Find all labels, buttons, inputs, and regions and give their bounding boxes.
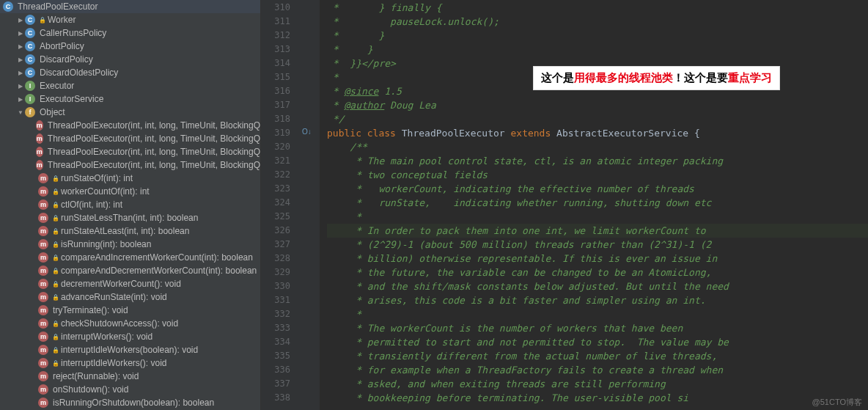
code-line: * and the shift/mask constants below adj… — [327, 279, 868, 293]
tree-item[interactable]: m🔒interruptIdleWorkers(): void — [0, 356, 260, 370]
method-icon: m — [38, 371, 48, 381]
lock-icon: 🔒 — [52, 360, 59, 367]
class-icon: C — [25, 15, 35, 25]
line-number: 313 — [261, 43, 290, 56]
tree-item[interactable]: ▶CDiscardPolicy — [0, 53, 260, 66]
tree-item-label: onShutdown(): void — [53, 384, 128, 395]
tree-item-label: ThreadPoolExecutor(int, int, long, TimeU… — [48, 160, 260, 170]
code-area[interactable]: * } finally { * pauseLock.unlock(); * } … — [320, 0, 868, 410]
tree-item[interactable]: mThreadPoolExecutor(int, int, long, Time… — [0, 132, 260, 145]
tree-item[interactable]: mThreadPoolExecutor(int, int, long, Time… — [0, 119, 260, 132]
code-line: * The main pool control state, ctl, is a… — [327, 154, 868, 168]
lock-icon: 🔒 — [52, 294, 59, 301]
gutter-markers: O↓ — [298, 0, 320, 410]
method-icon: m — [38, 332, 48, 342]
expand-arrow-icon[interactable]: ▶ — [16, 43, 25, 50]
tree-item[interactable]: m🔒compareAndDecrementWorkerCount(int): b… — [0, 264, 260, 277]
tree-root[interactable]: C ThreadPoolExecutor — [0, 0, 260, 13]
tree-item-label: Executor — [40, 81, 74, 91]
tree-item-label: Object — [40, 107, 65, 117]
tree-item[interactable]: m🔒ctlOf(int, int): int — [0, 198, 260, 211]
method-icon: m — [38, 199, 48, 210]
structure-panel[interactable]: C ThreadPoolExecutor ▶C🔒Worker▶CCallerRu… — [0, 0, 261, 410]
code-line: * arises, this code is a bit faster and … — [327, 293, 868, 307]
tree-item[interactable]: mThreadPoolExecutor(int, int, long, Time… — [0, 145, 260, 158]
method-icon: m — [38, 305, 48, 315]
tree-item-label: ThreadPoolExecutor(int, int, long, TimeU… — [48, 147, 260, 157]
tree-item[interactable]: m🔒isRunning(int): boolean — [0, 238, 260, 251]
line-number: 334 — [261, 335, 290, 349]
tree-item[interactable]: mtryTerminate(): void — [0, 304, 260, 317]
tree-item[interactable]: ▼fObject — [0, 106, 260, 119]
line-number: 318 — [261, 112, 290, 126]
tree-item[interactable]: m🔒compareAndIncrementWorkerCount(int): b… — [0, 251, 260, 264]
tree-item-label: checkShutdownAccess(): void — [61, 318, 178, 329]
code-line: * billion) otherwise representable. If t… — [327, 252, 868, 266]
line-number: 325 — [261, 210, 290, 224]
expand-arrow-icon[interactable]: ▶ — [16, 17, 25, 23]
line-number: 314 — [261, 56, 290, 70]
field-icon: f — [25, 107, 35, 117]
code-line: * The workerCount is the number of worke… — [327, 321, 868, 335]
lock-icon: 🔒 — [52, 268, 59, 274]
tree-item-label: decrementWorkerCount(): void — [61, 279, 181, 289]
method-icon: m — [38, 345, 48, 355]
tree-item[interactable]: m🔒decrementWorkerCount(): void — [0, 277, 260, 290]
tree-item[interactable]: mThreadPoolExecutor(int, int, long, Time… — [0, 158, 260, 172]
code-line: */ — [327, 112, 868, 126]
expand-arrow-icon[interactable]: ▶ — [16, 83, 25, 89]
code-line: * two conceptual fields — [327, 168, 868, 182]
tree-item[interactable]: misRunningOrShutdown(boolean): boolean — [0, 396, 260, 409]
code-editor[interactable]: 3103113123133143153163173183193203213223… — [261, 0, 868, 410]
tree-item-label: DiscardOldestPolicy — [40, 67, 118, 78]
line-number: 329 — [261, 266, 290, 279]
tree-item[interactable]: m🔒interruptWorkers(): void — [0, 330, 260, 343]
method-icon: m — [38, 266, 48, 276]
method-icon: m — [36, 147, 43, 157]
tree-item-label: interruptIdleWorkers(boolean): void — [61, 345, 198, 355]
tree-item[interactable]: ▶C🔒Worker — [0, 13, 260, 26]
line-number: 312 — [261, 29, 290, 43]
line-number: 315 — [261, 70, 290, 84]
lock-icon: 🔒 — [52, 188, 59, 195]
tree-item[interactable]: monShutdown(): void — [0, 383, 260, 396]
tree-item-label: compareAndDecrementWorkerCount(int): boo… — [61, 266, 257, 276]
tree-item[interactable]: m🔒interruptIdleWorkers(boolean): void — [0, 343, 260, 356]
tree-item[interactable]: m🔒runStateAtLeast(int, int): boolean — [0, 224, 260, 238]
method-icon: m — [38, 292, 48, 302]
tree-item[interactable]: ▶IExecutor — [0, 79, 260, 92]
tree-item[interactable]: m🔒workerCountOf(int): int — [0, 185, 260, 198]
line-number: 321 — [261, 154, 290, 168]
expand-arrow-icon[interactable]: ▼ — [16, 109, 25, 116]
tree-item-label: DiscardPolicy — [40, 54, 93, 65]
method-icon: m — [38, 398, 48, 408]
tree-item[interactable]: ▶CAbortPolicy — [0, 40, 260, 53]
method-icon: m — [38, 226, 48, 236]
tree-item-label: advanceRunState(int): void — [61, 292, 167, 302]
lock-icon: 🔒 — [52, 215, 59, 222]
tree-item[interactable]: ▶CDiscardOldestPolicy — [0, 66, 260, 79]
root-label: ThreadPoolExecutor — [18, 1, 98, 12]
tree-item[interactable]: m🔒runStateOf(int): int — [0, 172, 260, 185]
expand-arrow-icon[interactable]: ▶ — [16, 70, 25, 76]
expand-arrow-icon[interactable]: ▶ — [16, 96, 25, 103]
tree-item[interactable]: m🔒runStateLessThan(int, int): boolean — [0, 211, 260, 224]
tree-item-label: ExecutorService — [40, 94, 103, 104]
tree-item[interactable]: ▶IExecutorService — [0, 92, 260, 106]
tree-item-label: runStateOf(int): int — [61, 173, 133, 183]
code-line: * } finally { — [327, 1, 868, 15]
tree-item[interactable]: m🔒advanceRunState(int): void — [0, 290, 260, 304]
tree-item[interactable]: m🔒checkShutdownAccess(): void — [0, 317, 260, 330]
code-line: * bookkeeping before terminating. The us… — [327, 391, 868, 405]
override-marker-icon[interactable]: O↓ — [302, 128, 312, 136]
expand-arrow-icon[interactable]: ▶ — [16, 56, 25, 63]
code-line: * the future, the variable can be change… — [327, 266, 868, 279]
lock-icon: 🔒 — [52, 228, 59, 235]
tree-item[interactable]: ▶CCallerRunsPolicy — [0, 26, 260, 40]
code-line: * — [327, 210, 868, 224]
code-line: * } — [327, 29, 868, 43]
line-gutter: 3103113123133143153163173183193203213223… — [261, 0, 298, 410]
line-number: 335 — [261, 349, 290, 363]
expand-arrow-icon[interactable]: ▶ — [16, 30, 25, 37]
tree-item[interactable]: mreject(Runnable): void — [0, 370, 260, 383]
